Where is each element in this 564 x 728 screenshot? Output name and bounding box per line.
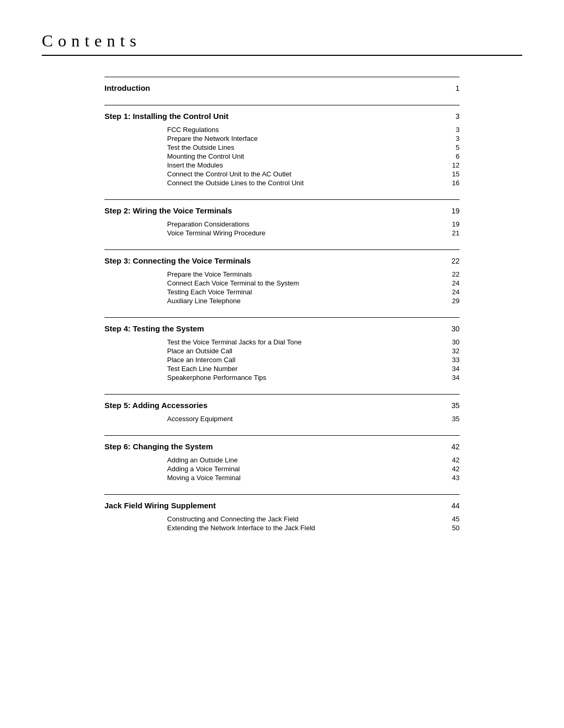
- section-rule-step1: [104, 105, 460, 105]
- section-title-step1: Step 1: Installing the Control Unit: [104, 112, 229, 121]
- subsection-title: Place an Outside Call: [167, 347, 232, 355]
- section-page-step6: 42: [444, 443, 460, 451]
- title-divider: [42, 55, 522, 56]
- subsections-step2: Preparation Considerations19Voice Termin…: [167, 220, 460, 237]
- section-rule-jack: [104, 494, 460, 495]
- subsection-page: 12: [444, 161, 460, 169]
- section-page-intro: 1: [444, 84, 460, 92]
- list-item: Voice Terminal Wiring Procedure21: [167, 229, 460, 237]
- subsections-step5: Accessory Equipment35: [167, 415, 460, 423]
- subsection-page: 33: [444, 356, 460, 364]
- subsection-title: Preparation Considerations: [167, 220, 250, 228]
- subsection-page: 24: [444, 288, 460, 296]
- subsections-step1: FCC Regulations3Prepare the Network Inte…: [167, 126, 460, 187]
- subsection-title: Connect the Control Unit to the AC Outle…: [167, 170, 291, 178]
- subsection-page: 34: [444, 365, 460, 373]
- section-page-step5: 35: [444, 401, 460, 410]
- subsection-title: Test the Outside Lines: [167, 144, 234, 151]
- toc-container: Introduction1Step 1: Installing the Cont…: [104, 77, 460, 532]
- section-rule-intro: [104, 77, 460, 77]
- list-item: Test the Voice Terminal Jacks for a Dial…: [167, 338, 460, 346]
- list-item: Preparation Considerations19: [167, 220, 460, 228]
- section-header-step6: Step 6: Changing the System42: [104, 442, 460, 451]
- subsection-title: Adding a Voice Terminal: [167, 465, 240, 473]
- subsection-page: 16: [444, 179, 460, 187]
- subsection-page: 42: [444, 465, 460, 473]
- subsection-title: Constructing and Connecting the Jack Fie…: [167, 515, 298, 523]
- subsection-page: 34: [444, 374, 460, 381]
- subsection-title: Testing Each Voice Terminal: [167, 288, 252, 296]
- list-item: Connect the Outside Lines to the Control…: [167, 179, 460, 187]
- section-rule-step2: [104, 199, 460, 200]
- section-page-step3: 22: [444, 257, 460, 265]
- section-title-jack: Jack Field Wiring Supplement: [104, 501, 216, 510]
- list-item: Connect Each Voice Terminal to the Syste…: [167, 279, 460, 287]
- section-header-step4: Step 4: Testing the System30: [104, 324, 460, 333]
- page: Contents Introduction1Step 1: Installing…: [0, 0, 564, 728]
- subsection-title: Test Each Line Number: [167, 365, 238, 373]
- list-item: Auxiliary Line Telephone29: [167, 297, 460, 305]
- subsection-title: Test the Voice Terminal Jacks for a Dial…: [167, 338, 301, 346]
- section-page-jack: 44: [444, 502, 460, 510]
- subsections-step3: Prepare the Voice Terminals22Connect Eac…: [167, 270, 460, 305]
- list-item: Prepare the Voice Terminals22: [167, 270, 460, 278]
- list-item: Adding a Voice Terminal42: [167, 465, 460, 473]
- subsections-jack: Constructing and Connecting the Jack Fie…: [167, 515, 460, 532]
- subsection-title: Connect Each Voice Terminal to the Syste…: [167, 279, 299, 287]
- section-title-step2: Step 2: Wiring the Voice Terminals: [104, 206, 232, 215]
- section-header-intro: Introduction1: [104, 83, 460, 92]
- subsection-page: 30: [444, 338, 460, 346]
- section-rule-step4: [104, 317, 460, 318]
- list-item: Place an Outside Call32: [167, 347, 460, 355]
- list-item: Adding an Outside Line42: [167, 456, 460, 464]
- section-title-step4: Step 4: Testing the System: [104, 324, 204, 333]
- subsections-step6: Adding an Outside Line42Adding a Voice T…: [167, 456, 460, 482]
- subsection-page: 21: [444, 229, 460, 237]
- subsection-page: 35: [444, 415, 460, 423]
- list-item: Testing Each Voice Terminal24: [167, 288, 460, 296]
- subsection-title: Auxiliary Line Telephone: [167, 297, 241, 305]
- subsection-page: 42: [444, 456, 460, 464]
- subsection-title: Place an Intercom Call: [167, 356, 236, 364]
- list-item: Constructing and Connecting the Jack Fie…: [167, 515, 460, 523]
- section-page-step4: 30: [444, 325, 460, 333]
- subsection-page: 22: [444, 270, 460, 278]
- subsection-title: Extending the Network Interface to the J…: [167, 524, 315, 532]
- subsection-page: 3: [444, 135, 460, 142]
- list-item: Speakerphone Performance Tips34: [167, 374, 460, 381]
- section-title-step5: Step 5: Adding Accessories: [104, 401, 207, 410]
- section-header-jack: Jack Field Wiring Supplement44: [104, 501, 460, 510]
- subsection-page: 32: [444, 347, 460, 355]
- section-header-step1: Step 1: Installing the Control Unit3: [104, 112, 460, 121]
- subsection-title: Voice Terminal Wiring Procedure: [167, 229, 265, 237]
- subsection-title: Mounting the Control Unit: [167, 152, 244, 160]
- subsection-page: 50: [444, 524, 460, 532]
- section-page-step1: 3: [444, 112, 460, 121]
- list-item: Insert the Modules12: [167, 161, 460, 169]
- subsection-page: 15: [444, 170, 460, 178]
- list-item: Accessory Equipment35: [167, 415, 460, 423]
- list-item: Extending the Network Interface to the J…: [167, 524, 460, 532]
- section-rule-step5: [104, 394, 460, 395]
- subsections-step4: Test the Voice Terminal Jacks for a Dial…: [167, 338, 460, 381]
- section-title-step6: Step 6: Changing the System: [104, 442, 213, 451]
- subsection-page: 5: [444, 144, 460, 151]
- subsection-title: Adding an Outside Line: [167, 456, 238, 464]
- subsection-title: Connect the Outside Lines to the Control…: [167, 179, 304, 187]
- subsection-title: Accessory Equipment: [167, 415, 233, 423]
- section-header-step5: Step 5: Adding Accessories35: [104, 401, 460, 410]
- subsection-page: 45: [444, 515, 460, 523]
- subsection-page: 43: [444, 474, 460, 482]
- section-header-step3: Step 3: Connecting the Voice Terminals22: [104, 256, 460, 265]
- subsection-title: Prepare the Voice Terminals: [167, 270, 252, 278]
- subsection-page: 24: [444, 279, 460, 287]
- subsection-title: Moving a Voice Terminal: [167, 474, 241, 482]
- list-item: Connect the Control Unit to the AC Outle…: [167, 170, 460, 178]
- subsection-title: Speakerphone Performance Tips: [167, 374, 266, 381]
- list-item: Mounting the Control Unit6: [167, 152, 460, 160]
- section-page-step2: 19: [444, 207, 460, 215]
- subsection-title: Prepare the Network Interface: [167, 135, 257, 142]
- subsection-title: FCC Regulations: [167, 126, 219, 134]
- list-item: Test the Outside Lines5: [167, 144, 460, 151]
- list-item: FCC Regulations3: [167, 126, 460, 134]
